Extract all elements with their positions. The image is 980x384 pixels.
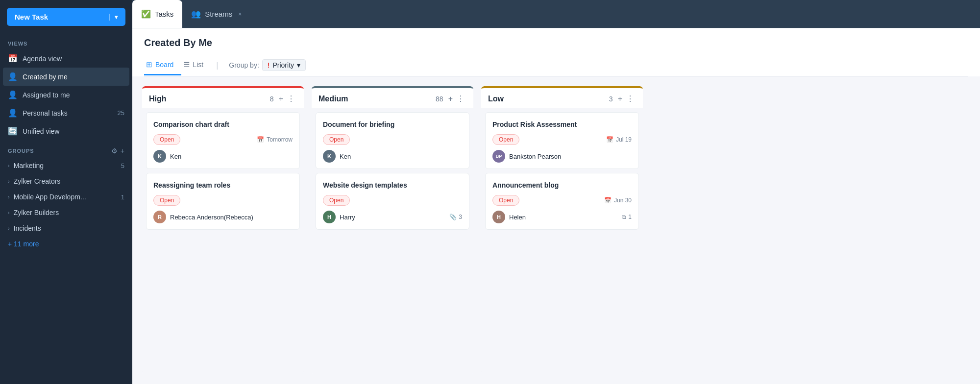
card-assignee: H Helen ⧉ 1 [492,211,632,223]
chevron-down-icon: ▾ [297,61,300,69]
add-card-low-button[interactable]: + [616,95,624,103]
mobile-badge: 1 [121,193,124,201]
card-announcement-blog[interactable]: Announcement blog Open 📅 Jun 30 H Helen [485,173,639,230]
card-comparison-chart[interactable]: Comparison chart draft Open 📅 Tomorrow K… [146,112,300,169]
board-icon: ⊞ [146,60,152,69]
calendar-icon: 📅 [606,136,613,143]
sidebar-group-mobile-app[interactable]: › Mobile App Developm... 1 [0,189,132,205]
attachment-icon: 📎 [449,214,457,220]
groups-actions: ⚙ + [111,147,124,155]
group-label: Zylker Creators [14,177,61,185]
sidebar-item-created-by-me[interactable]: 👤 Created by me [3,68,129,86]
avatar: R [153,211,166,223]
groups-add-icon[interactable]: + [121,147,124,155]
avatar: H [492,211,505,223]
column-body-low: Product Risk Assessment Open 📅 Jul 19 BP… [481,108,643,374]
sidebar-group-marketing[interactable]: › Marketing 5 [0,158,132,173]
board-tab-label: Board [155,61,173,69]
subtask-number: 1 [628,214,632,220]
sidebar-item-unified-view[interactable]: 🔄 Unified view [0,122,132,140]
more-options-low-icon[interactable]: ⋮ [624,94,636,103]
streams-tab-icon: 👥 [191,9,201,19]
assignee-name: Ken [340,153,351,160]
status-badge: Open [153,195,180,206]
personal-tasks-badge: 25 [118,109,124,117]
chevron-right-icon: › [8,194,10,200]
avatar: BP [492,150,505,163]
subtask-count: ⧉ 1 [622,214,632,220]
chevron-down-icon: ▾ [109,14,118,21]
sidebar-item-label: Personal tasks [23,109,68,117]
sidebar-item-personal-tasks[interactable]: 👤 Personal tasks 25 [0,104,132,122]
group-label: Incidents [14,224,41,232]
tasks-tab-label: Tasks [155,10,173,18]
card-website-design[interactable]: Website design templates Open H Harry 📎 … [316,173,469,230]
date-text: Tomorrow [267,136,293,143]
new-task-button[interactable]: New Task ▾ [7,8,125,26]
sidebar-item-label: Agenda view [23,55,62,63]
group-label: Mobile App Developm... [14,193,86,201]
card-title: Product Risk Assessment [492,120,632,128]
close-icon[interactable]: × [238,11,242,18]
date-text: Jul 19 [616,136,632,143]
card-title: Announcement blog [492,181,632,189]
status-badge: Open [323,134,350,145]
more-options-medium-icon[interactable]: ⋮ [455,94,466,103]
card-meta: Open 📅 Jun 30 [492,195,632,206]
group-by-control[interactable]: Group by: ! Priority ▾ [223,55,312,76]
column-count-medium: 88 [436,95,443,103]
attachment-count: 📎 3 [449,214,462,220]
tab-streams[interactable]: 👥 Streams × [182,0,250,28]
content-header: Created By Me ⊞ Board ☰ List | Group by:… [132,28,980,76]
chevron-right-icon: › [8,225,10,231]
sidebar-item-assigned-to-me[interactable]: 👤 Assigned to me [0,86,132,104]
attachment-number: 3 [459,214,462,220]
sidebar-group-zylker-builders[interactable]: › Zylker Builders [0,205,132,220]
column-count-high: 8 [270,95,274,103]
status-badge: Open [153,134,180,145]
tab-tasks[interactable]: ✅ Tasks [132,0,182,28]
add-card-medium-button[interactable]: + [446,95,455,103]
card-date: 📅 Tomorrow [257,136,293,143]
sidebar-item-label: Assigned to me [23,91,70,99]
unified-icon: 🔄 [8,126,18,136]
content-area: Created By Me ⊞ Board ☰ List | Group by:… [132,28,980,384]
chevron-right-icon: › [8,178,10,184]
card-reassigning-team[interactable]: Reassigning team roles Open R Rebecca An… [146,173,300,230]
more-options-high-icon[interactable]: ⋮ [285,94,297,103]
chevron-right-icon: › [8,210,10,216]
assignee-name: Ken [170,153,181,160]
column-body-medium: Document for briefing Open K Ken Website… [312,108,473,374]
card-product-risk[interactable]: Product Risk Assessment Open 📅 Jul 19 BP… [485,112,639,169]
card-title: Reassigning team roles [153,181,293,189]
column-body-high: Comparison chart draft Open 📅 Tomorrow K… [142,108,304,374]
user-icon: 👤 [8,90,18,99]
tasks-tab-icon: ✅ [141,9,151,19]
sidebar-item-label: Unified view [23,127,59,135]
add-card-high-button[interactable]: + [277,95,285,103]
column-title-medium: Medium [318,95,436,103]
date-text: Jun 30 [614,197,632,204]
card-document-briefing[interactable]: Document for briefing Open K Ken [316,112,469,169]
tab-board[interactable]: ⊞ Board [144,56,181,75]
card-title: Comparison chart draft [153,120,293,128]
page-title: Created By Me [144,37,968,48]
groups-settings-icon[interactable]: ⚙ [111,147,118,155]
more-groups-link[interactable]: + 11 more [0,236,132,252]
column-medium: Medium 88 + ⋮ Document for briefing Open… [312,86,473,374]
groups-label: GROUPS [8,148,34,154]
group-by-value[interactable]: ! Priority ▾ [262,59,306,71]
tab-list[interactable]: ☰ List [181,56,211,75]
card-assignee: R Rebecca Anderson(Rebecca) [153,211,293,223]
column-low: Low 3 + ⋮ Product Risk Assessment Open 📅… [481,86,643,374]
sidebar-item-agenda[interactable]: 📅 Agenda view [0,49,132,68]
column-high: High 8 + ⋮ Comparison chart draft Open 📅… [142,86,304,374]
group-label: Zylker Builders [14,209,59,216]
list-tab-label: List [193,61,203,69]
sidebar-group-incidents[interactable]: › Incidents [0,220,132,236]
agenda-icon: 📅 [8,54,18,63]
sidebar-group-zylker-creators[interactable]: › Zylker Creators [0,173,132,189]
card-meta: Open 📅 Tomorrow [153,134,293,145]
user-icon: 👤 [8,108,18,118]
column-count-low: 3 [609,95,613,103]
